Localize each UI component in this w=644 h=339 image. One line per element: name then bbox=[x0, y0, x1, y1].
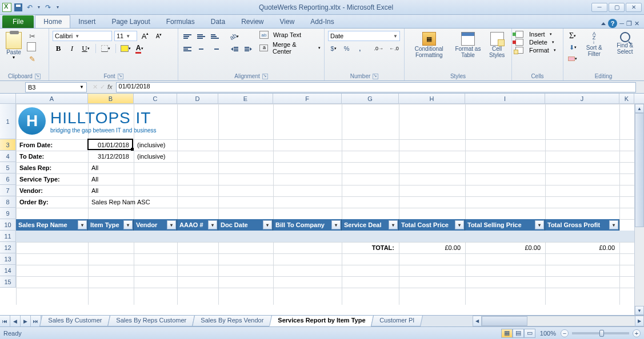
tab-home[interactable]: Home bbox=[35, 15, 70, 28]
filter-button[interactable] bbox=[455, 220, 464, 229]
sheet-prev-button[interactable]: ◀ bbox=[10, 316, 21, 326]
total-selling[interactable]: £0.00 bbox=[466, 243, 543, 252]
maximize-button[interactable]: ▢ bbox=[609, 3, 625, 12]
filter-button[interactable] bbox=[123, 220, 133, 229]
align-right-button[interactable] bbox=[209, 44, 221, 54]
vendor-value[interactable]: All bbox=[89, 186, 101, 195]
row-header-8[interactable]: 8 bbox=[0, 196, 16, 208]
column-header-D[interactable]: D bbox=[177, 94, 218, 103]
minimize-button[interactable]: ─ bbox=[591, 3, 607, 12]
font-launcher[interactable] bbox=[118, 74, 123, 79]
tab-data[interactable]: Data bbox=[203, 15, 233, 28]
orientation-button[interactable]: ab▾ bbox=[229, 31, 240, 42]
column-header-I[interactable]: I bbox=[465, 94, 545, 103]
align-center-button[interactable] bbox=[195, 44, 207, 54]
help-button[interactable]: ? bbox=[608, 19, 617, 28]
wrap-text-button[interactable]: abWrap Text bbox=[259, 31, 321, 39]
sales-rep-label[interactable]: Sales Rep: bbox=[17, 163, 54, 172]
undo-button[interactable]: ↶ bbox=[25, 3, 34, 12]
formula-input[interactable]: 01/01/2018 bbox=[116, 82, 636, 92]
format-as-table-button[interactable]: Format as Table bbox=[453, 31, 484, 59]
column-header-G[interactable]: G bbox=[342, 94, 399, 103]
sheet-tab-sales-by-reps-vendor[interactable]: Sales By Reps Vendor bbox=[192, 316, 272, 326]
name-box[interactable]: B3▼ bbox=[25, 82, 87, 92]
bold-button[interactable]: B bbox=[53, 43, 64, 54]
decrease-font-button[interactable]: A▾ bbox=[153, 31, 165, 41]
page-layout-view-button[interactable]: ▤ bbox=[513, 329, 524, 338]
cut-button[interactable]: ✂ bbox=[26, 31, 38, 41]
filter-button[interactable] bbox=[609, 220, 618, 229]
row-header-7[interactable]: 7 bbox=[0, 185, 16, 196]
align-left-button[interactable] bbox=[182, 44, 193, 54]
zoom-slider[interactable] bbox=[572, 332, 629, 334]
comma-format-button[interactable]: , bbox=[354, 43, 365, 54]
sheet-next-button[interactable]: ▶ bbox=[21, 316, 31, 326]
minimize-ribbon-icon[interactable] bbox=[601, 22, 606, 25]
row-header-9[interactable]: 9 bbox=[0, 208, 16, 219]
fill-color-button[interactable]: ▾ bbox=[120, 43, 131, 54]
undo-dropdown[interactable]: ▼ bbox=[37, 3, 41, 12]
workbook-minimize[interactable]: ─ bbox=[619, 20, 624, 27]
filter-button[interactable] bbox=[389, 220, 398, 229]
normal-view-button[interactable]: ▦ bbox=[501, 329, 513, 338]
redo-button[interactable]: ↷ bbox=[43, 3, 53, 12]
font-size-combo[interactable]: 11▼ bbox=[114, 31, 137, 41]
to-date-label[interactable]: To Date: bbox=[17, 152, 46, 161]
clear-button[interactable]: ▾ bbox=[567, 54, 578, 64]
sheet-tab-services-report-by-item-type[interactable]: Services Report by Item Type bbox=[269, 316, 374, 326]
workbook-close[interactable]: ✕ bbox=[634, 20, 639, 27]
tab-view[interactable]: View bbox=[272, 15, 303, 28]
service-type-label[interactable]: Service Type: bbox=[17, 175, 62, 184]
service-type-value[interactable]: All bbox=[89, 175, 101, 184]
decrease-decimal-button[interactable]: ←.0 bbox=[387, 43, 401, 54]
filter-button[interactable] bbox=[208, 220, 217, 229]
delete-cells-button[interactable]: Delete▾ bbox=[515, 39, 559, 46]
zoom-in-button[interactable]: + bbox=[633, 329, 641, 337]
paste-button[interactable]: Paste ▼ bbox=[3, 31, 24, 60]
file-tab[interactable]: File bbox=[2, 15, 34, 28]
tab-insert[interactable]: Insert bbox=[70, 15, 103, 28]
qat-customize[interactable]: ▾ bbox=[55, 3, 61, 12]
save-button[interactable] bbox=[14, 3, 23, 12]
row-header-15[interactable]: 15 bbox=[0, 276, 16, 288]
from-date-value[interactable]: 01/01/2018 bbox=[89, 140, 131, 150]
row-header-13[interactable]: 13 bbox=[0, 253, 16, 265]
border-button[interactable]: ▾ bbox=[100, 43, 111, 54]
sheet-first-button[interactable]: ⏮ bbox=[0, 316, 10, 326]
align-middle-button[interactable] bbox=[195, 31, 207, 42]
decrease-indent-button[interactable] bbox=[229, 44, 240, 54]
sheet-tab-customer-pl[interactable]: Customer Pl bbox=[371, 316, 423, 326]
row-header-11[interactable]: 11 bbox=[0, 231, 16, 242]
column-header-H[interactable]: H bbox=[399, 94, 465, 103]
column-header-A[interactable]: A bbox=[16, 94, 88, 103]
column-header-E[interactable]: E bbox=[218, 94, 273, 103]
sheet-tab-sales-by-customer[interactable]: Sales By Customer bbox=[39, 316, 110, 326]
select-all-corner[interactable] bbox=[0, 94, 16, 103]
column-header-K[interactable]: K bbox=[619, 94, 634, 103]
close-button[interactable]: ✕ bbox=[626, 3, 642, 12]
sheet-tab-sales-by-reps-customer[interactable]: Sales By Reps Customer bbox=[107, 316, 195, 326]
tab-formulas[interactable]: Formulas bbox=[158, 15, 203, 28]
row-header-4[interactable]: 4 bbox=[0, 151, 16, 162]
vendor-label[interactable]: Vendor: bbox=[17, 186, 45, 195]
format-cells-button[interactable]: Format▾ bbox=[515, 47, 559, 54]
filter-button[interactable] bbox=[331, 220, 341, 229]
vertical-scrollbar[interactable]: ▲ ▼ bbox=[634, 104, 644, 315]
workbook-restore[interactable]: ❐ bbox=[626, 20, 632, 27]
from-date-note[interactable]: (inclusive) bbox=[135, 140, 168, 150]
total-cost[interactable]: £0.00 bbox=[400, 243, 463, 252]
row-header-1[interactable]: 1 bbox=[0, 104, 16, 139]
zoom-out-button[interactable]: − bbox=[561, 329, 569, 337]
autosum-button[interactable]: Σ▾ bbox=[567, 31, 578, 41]
insert-cells-button[interactable]: Insert▾ bbox=[515, 31, 559, 38]
filter-button[interactable] bbox=[78, 220, 87, 229]
filter-button[interactable] bbox=[167, 220, 176, 229]
row-header-6[interactable]: 6 bbox=[0, 173, 16, 185]
font-name-combo[interactable]: Calibri▼ bbox=[53, 31, 112, 41]
increase-font-button[interactable]: A▴ bbox=[139, 31, 151, 41]
order-by-direction[interactable]: ASC bbox=[135, 197, 153, 207]
find-select-button[interactable]: Find & Select bbox=[610, 31, 641, 56]
fill-button[interactable]: ⬇▾ bbox=[567, 42, 578, 53]
number-format-combo[interactable]: Date▼ bbox=[328, 31, 400, 41]
filter-button[interactable] bbox=[535, 220, 544, 229]
